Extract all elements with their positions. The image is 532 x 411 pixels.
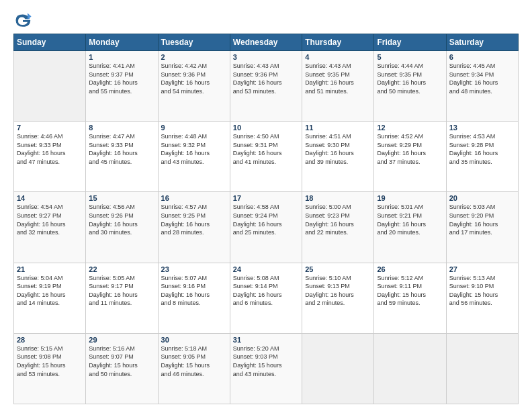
calendar-cell: 28Sunrise: 5:15 AM Sunset: 9:08 PM Dayli…	[14, 333, 86, 404]
calendar-cell	[374, 333, 446, 404]
calendar-day-header: Wednesday	[230, 34, 302, 51]
calendar-header-row: SundayMondayTuesdayWednesdayThursdayFrid…	[14, 34, 519, 51]
calendar-cell	[302, 333, 374, 404]
day-number: 9	[161, 124, 227, 132]
day-number: 3	[233, 53, 299, 61]
calendar-cell: 30Sunrise: 5:18 AM Sunset: 9:05 PM Dayli…	[158, 333, 230, 404]
calendar-cell: 26Sunrise: 5:12 AM Sunset: 9:11 PM Dayli…	[374, 263, 446, 333]
day-info: Sunrise: 5:15 AM Sunset: 9:08 PM Dayligh…	[17, 345, 83, 378]
calendar-day-header: Monday	[86, 34, 158, 51]
logo-icon	[13, 11, 32, 30]
day-info: Sunrise: 4:43 AM Sunset: 9:36 PM Dayligh…	[233, 62, 299, 95]
day-info: Sunrise: 4:44 AM Sunset: 9:35 PM Dayligh…	[377, 62, 443, 95]
day-info: Sunrise: 4:46 AM Sunset: 9:33 PM Dayligh…	[17, 132, 83, 166]
day-number: 13	[449, 124, 515, 132]
day-info: Sunrise: 4:58 AM Sunset: 9:24 PM Dayligh…	[233, 203, 299, 236]
day-number: 5	[377, 53, 443, 61]
calendar-cell: 2Sunrise: 4:42 AM Sunset: 9:36 PM Daylig…	[158, 51, 230, 122]
day-info: Sunrise: 4:52 AM Sunset: 9:29 PM Dayligh…	[377, 132, 443, 166]
day-info: Sunrise: 5:08 AM Sunset: 9:14 PM Dayligh…	[233, 274, 299, 308]
day-info: Sunrise: 4:57 AM Sunset: 9:25 PM Dayligh…	[161, 203, 227, 236]
calendar-cell: 13Sunrise: 4:53 AM Sunset: 9:28 PM Dayli…	[446, 122, 518, 192]
day-number: 4	[305, 53, 371, 61]
calendar-cell: 16Sunrise: 4:57 AM Sunset: 9:25 PM Dayli…	[158, 192, 230, 263]
day-info: Sunrise: 4:51 AM Sunset: 9:30 PM Dayligh…	[305, 132, 371, 166]
day-info: Sunrise: 4:50 AM Sunset: 9:31 PM Dayligh…	[233, 132, 299, 166]
calendar-cell: 17Sunrise: 4:58 AM Sunset: 9:24 PM Dayli…	[230, 192, 302, 263]
day-number: 27	[449, 265, 515, 273]
day-info: Sunrise: 4:47 AM Sunset: 9:33 PM Dayligh…	[89, 132, 154, 166]
day-number: 23	[161, 265, 227, 273]
day-info: Sunrise: 5:04 AM Sunset: 9:19 PM Dayligh…	[17, 274, 83, 308]
calendar-cell: 7Sunrise: 4:46 AM Sunset: 9:33 PM Daylig…	[14, 122, 86, 192]
day-number: 17	[233, 194, 299, 202]
day-info: Sunrise: 4:42 AM Sunset: 9:36 PM Dayligh…	[161, 62, 227, 95]
day-number: 24	[233, 265, 299, 273]
day-info: Sunrise: 5:10 AM Sunset: 9:13 PM Dayligh…	[305, 274, 371, 308]
day-number: 22	[89, 265, 154, 273]
calendar-cell: 8Sunrise: 4:47 AM Sunset: 9:33 PM Daylig…	[86, 122, 158, 192]
calendar-cell: 22Sunrise: 5:05 AM Sunset: 9:17 PM Dayli…	[86, 263, 158, 333]
calendar-week-row: 1Sunrise: 4:41 AM Sunset: 9:37 PM Daylig…	[14, 51, 519, 122]
day-number: 25	[305, 265, 371, 273]
calendar-day-header: Thursday	[302, 34, 374, 51]
day-number: 1	[89, 53, 154, 61]
calendar-cell: 25Sunrise: 5:10 AM Sunset: 9:13 PM Dayli…	[302, 263, 374, 333]
day-number: 30	[161, 336, 227, 344]
calendar-week-row: 21Sunrise: 5:04 AM Sunset: 9:19 PM Dayli…	[14, 263, 519, 333]
calendar-cell: 27Sunrise: 5:13 AM Sunset: 9:10 PM Dayli…	[446, 263, 518, 333]
day-info: Sunrise: 5:05 AM Sunset: 9:17 PM Dayligh…	[89, 274, 154, 308]
calendar-cell: 1Sunrise: 4:41 AM Sunset: 9:37 PM Daylig…	[86, 51, 158, 122]
header	[13, 11, 519, 30]
day-number: 11	[305, 124, 371, 132]
day-number: 18	[305, 194, 371, 202]
day-number: 28	[17, 336, 83, 344]
calendar-cell: 6Sunrise: 4:45 AM Sunset: 9:34 PM Daylig…	[446, 51, 518, 122]
day-info: Sunrise: 5:07 AM Sunset: 9:16 PM Dayligh…	[161, 274, 227, 308]
calendar-week-row: 14Sunrise: 4:54 AM Sunset: 9:27 PM Dayli…	[14, 192, 519, 263]
calendar-day-header: Tuesday	[158, 34, 230, 51]
calendar-cell: 9Sunrise: 4:48 AM Sunset: 9:32 PM Daylig…	[158, 122, 230, 192]
calendar-week-row: 28Sunrise: 5:15 AM Sunset: 9:08 PM Dayli…	[14, 333, 519, 404]
day-number: 8	[89, 124, 154, 132]
day-info: Sunrise: 4:48 AM Sunset: 9:32 PM Dayligh…	[161, 132, 227, 166]
calendar-cell: 14Sunrise: 4:54 AM Sunset: 9:27 PM Dayli…	[14, 192, 86, 263]
day-info: Sunrise: 5:12 AM Sunset: 9:11 PM Dayligh…	[377, 274, 443, 308]
calendar-cell: 5Sunrise: 4:44 AM Sunset: 9:35 PM Daylig…	[374, 51, 446, 122]
calendar-cell: 19Sunrise: 5:01 AM Sunset: 9:21 PM Dayli…	[374, 192, 446, 263]
day-number: 19	[377, 194, 443, 202]
day-number: 16	[161, 194, 227, 202]
day-info: Sunrise: 5:18 AM Sunset: 9:05 PM Dayligh…	[161, 345, 227, 378]
day-number: 14	[17, 194, 83, 202]
day-number: 29	[89, 336, 154, 344]
day-info: Sunrise: 4:41 AM Sunset: 9:37 PM Dayligh…	[89, 62, 154, 95]
calendar-cell: 12Sunrise: 4:52 AM Sunset: 9:29 PM Dayli…	[374, 122, 446, 192]
day-info: Sunrise: 5:16 AM Sunset: 9:07 PM Dayligh…	[89, 345, 154, 378]
day-number: 6	[449, 53, 515, 61]
calendar-cell: 29Sunrise: 5:16 AM Sunset: 9:07 PM Dayli…	[86, 333, 158, 404]
calendar-cell: 4Sunrise: 4:43 AM Sunset: 9:35 PM Daylig…	[302, 51, 374, 122]
calendar-cell: 11Sunrise: 4:51 AM Sunset: 9:30 PM Dayli…	[302, 122, 374, 192]
calendar-cell	[446, 333, 518, 404]
calendar-day-header: Saturday	[446, 34, 518, 51]
day-info: Sunrise: 5:00 AM Sunset: 9:23 PM Dayligh…	[305, 203, 371, 236]
day-number: 31	[233, 336, 299, 344]
logo	[13, 11, 35, 30]
calendar-cell: 21Sunrise: 5:04 AM Sunset: 9:19 PM Dayli…	[14, 263, 86, 333]
calendar-day-header: Sunday	[14, 34, 86, 51]
day-info: Sunrise: 5:13 AM Sunset: 9:10 PM Dayligh…	[449, 274, 515, 308]
calendar-cell: 15Sunrise: 4:56 AM Sunset: 9:26 PM Dayli…	[86, 192, 158, 263]
page: SundayMondayTuesdayWednesdayThursdayFrid…	[0, 0, 532, 411]
calendar-cell	[14, 51, 86, 122]
day-info: Sunrise: 4:56 AM Sunset: 9:26 PM Dayligh…	[89, 203, 154, 236]
calendar-day-header: Friday	[374, 34, 446, 51]
calendar-cell: 3Sunrise: 4:43 AM Sunset: 9:36 PM Daylig…	[230, 51, 302, 122]
day-info: Sunrise: 4:43 AM Sunset: 9:35 PM Dayligh…	[305, 62, 371, 95]
calendar-cell: 10Sunrise: 4:50 AM Sunset: 9:31 PM Dayli…	[230, 122, 302, 192]
calendar-table: SundayMondayTuesdayWednesdayThursdayFrid…	[13, 34, 519, 404]
day-info: Sunrise: 5:20 AM Sunset: 9:03 PM Dayligh…	[233, 345, 299, 378]
day-info: Sunrise: 4:53 AM Sunset: 9:28 PM Dayligh…	[449, 132, 515, 166]
day-number: 10	[233, 124, 299, 132]
day-number: 7	[17, 124, 83, 132]
calendar-week-row: 7Sunrise: 4:46 AM Sunset: 9:33 PM Daylig…	[14, 122, 519, 192]
